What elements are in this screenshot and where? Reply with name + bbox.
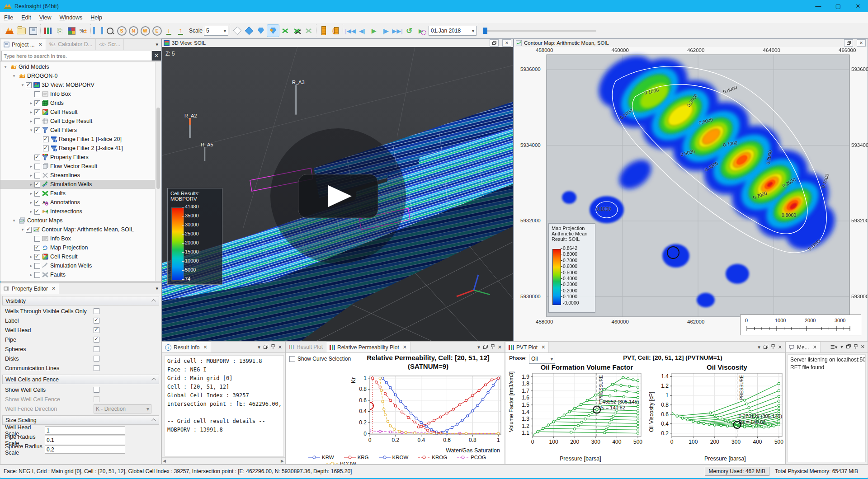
draw-style-wireframe-button[interactable] xyxy=(231,25,243,37)
step-forward-button[interactable]: |▶ xyxy=(380,25,392,37)
tab-result-plot[interactable]: Result Plot xyxy=(286,342,326,352)
menu-help[interactable]: Help xyxy=(86,13,106,22)
expander-icon[interactable]: ▸ xyxy=(28,119,34,123)
view-south-button[interactable]: S xyxy=(116,25,127,37)
tree-search-input[interactable] xyxy=(1,51,152,61)
contour-map-canvas[interactable]: 4580004580004600004600004620004620004640… xyxy=(514,47,868,341)
tree-checkbox[interactable] xyxy=(34,127,40,133)
tree-checkbox[interactable] xyxy=(34,191,40,197)
section-header-well-cells-and-fence[interactable]: Well Cells and Fence xyxy=(2,375,159,384)
phase-select[interactable]: Oil▾ xyxy=(529,354,555,364)
legend-entry-krw[interactable]: KRW xyxy=(308,455,334,460)
close-window-icon[interactable]: ✕ xyxy=(857,39,866,47)
expander-icon[interactable]: ▸ xyxy=(28,191,34,196)
expander-icon[interactable]: ▸ xyxy=(28,254,34,259)
expander-icon[interactable]: ▸ xyxy=(28,110,34,114)
timestep-select[interactable]: 01.Jan 2018▾ xyxy=(429,26,476,36)
expander-icon[interactable]: ▸ xyxy=(28,272,34,277)
tree-item-drogon-0[interactable]: ▾DROGON-0 xyxy=(0,71,156,80)
save-project-button[interactable] xyxy=(27,25,39,37)
restore-window-icon[interactable] xyxy=(844,39,853,47)
tree-checkbox[interactable] xyxy=(34,155,40,160)
tree-checkbox[interactable] xyxy=(34,109,40,115)
tree-checkbox[interactable] xyxy=(34,182,40,188)
show-curve-selection-checkbox[interactable]: Show Curve Selection xyxy=(289,356,351,362)
close-window-icon[interactable]: ✕ xyxy=(502,39,511,47)
property-checkbox[interactable] xyxy=(94,337,99,343)
draw-style-surface-button[interactable] xyxy=(255,25,267,37)
tree-item-grids[interactable]: ▸Grids xyxy=(0,99,156,108)
animation-settings-button[interactable]: ▶ xyxy=(415,25,427,37)
tree-item-3d-view-mobporv[interactable]: ▾3D View: MOBPORV xyxy=(0,80,156,89)
pin-panel-icon[interactable] xyxy=(271,344,275,350)
close-tab-icon[interactable]: ✕ xyxy=(203,344,207,350)
open-project-button[interactable] xyxy=(15,25,27,37)
tree-item-info-box[interactable]: Info Box xyxy=(0,89,156,99)
tree-item-grid-models[interactable]: ▾Grid Models xyxy=(0,62,156,71)
close-panel-icon[interactable]: ✕ xyxy=(278,345,282,350)
tree-checkbox[interactable] xyxy=(34,91,40,97)
tree-item-range-filter-1-i-slice-20[interactable]: Range Filter 1 [I-slice 20] xyxy=(0,135,156,144)
fault-mesh-button[interactable]: ✕ xyxy=(291,25,303,37)
expander-icon[interactable]: ▸ xyxy=(28,182,34,187)
property-checkbox[interactable] xyxy=(94,387,99,393)
property-checkbox[interactable] xyxy=(94,327,99,333)
float-panel-icon[interactable] xyxy=(264,345,268,350)
tree-item-map-projection[interactable]: Map Projection xyxy=(0,243,156,252)
view-down-button[interactable]: ↓ xyxy=(163,25,175,37)
restore-window-icon[interactable] xyxy=(490,39,499,47)
expander-icon[interactable]: ▸ xyxy=(28,263,34,268)
tree-item-intersections[interactable]: ▸Intersections xyxy=(0,207,156,216)
previous-timestep-button[interactable]: ◀| xyxy=(356,25,368,37)
log-level-icon[interactable]: ☰▾ xyxy=(830,345,837,350)
tree-checkbox[interactable] xyxy=(34,100,40,106)
play-animation-button[interactable]: ▶ xyxy=(368,25,380,37)
fault-labels-button[interactable]: ✕ xyxy=(303,25,315,37)
menu-edit[interactable]: Edit xyxy=(17,13,35,22)
measure-polyline-button[interactable]: { xyxy=(330,25,341,37)
tab-scripts[interactable]: </>Scr... xyxy=(96,39,124,50)
tree-item-property-filters[interactable]: Property Filters xyxy=(0,153,156,162)
plot-manager-button[interactable]: ⎘ xyxy=(54,25,66,37)
tab-result-info[interactable]: i Result Info✕ xyxy=(162,342,211,352)
tree-checkbox[interactable] xyxy=(34,236,40,242)
draw-style-surface-mesh-button[interactable] xyxy=(267,24,279,37)
panel-menu-icon[interactable]: ▾ xyxy=(840,344,843,350)
timestep-slider[interactable] xyxy=(483,28,596,34)
maximize-icon[interactable]: ▢ xyxy=(828,0,848,12)
property-select[interactable]: K - Direction▾ xyxy=(94,404,151,413)
legend-entry-krg[interactable]: KRG xyxy=(344,455,369,460)
expander-icon[interactable]: ▾ xyxy=(11,74,17,78)
tree-checkbox[interactable] xyxy=(34,118,40,124)
tree-item-cell-filters[interactable]: ▾Cell Filters xyxy=(0,126,156,135)
tree-item-contour-maps[interactable]: ▾Contour Maps xyxy=(0,216,156,225)
last-timestep-button[interactable]: ▶▶| xyxy=(392,25,403,37)
calculator-button[interactable]: %± xyxy=(77,25,89,37)
float-panel-icon[interactable] xyxy=(483,345,488,350)
view-north-button[interactable]: N xyxy=(127,25,139,37)
menu-windows[interactable]: Windows xyxy=(56,13,87,22)
repeat-animation-button[interactable]: ↺ xyxy=(403,25,415,37)
measure-distance-button[interactable] xyxy=(318,25,330,37)
tree-item-cell-result[interactable]: ▸Cell Result xyxy=(0,252,156,261)
tree-item-cell-result[interactable]: ▸Cell Result xyxy=(0,108,156,117)
tree-checkbox[interactable] xyxy=(34,173,40,178)
section-header-size-scaling[interactable]: Size Scaling xyxy=(2,415,159,425)
expander-icon[interactable]: ▾ xyxy=(19,227,26,232)
pin-panel-icon[interactable] xyxy=(491,344,495,350)
legend-entry-krog[interactable]: KROG xyxy=(418,455,447,460)
pin-panel-icon[interactable] xyxy=(771,344,775,350)
draw-style-solid-button[interactable] xyxy=(243,25,255,37)
tree-scrollbar[interactable] xyxy=(155,62,161,281)
tab-overflow-icon[interactable]: ▾ xyxy=(156,286,158,291)
property-checkbox[interactable] xyxy=(94,365,99,371)
tree-checkbox[interactable] xyxy=(34,209,40,215)
horizontal-scrollbar[interactable]: ◀▶ xyxy=(162,457,285,464)
close-tab-icon[interactable]: ✕ xyxy=(403,344,407,350)
close-tab-icon[interactable]: ✕ xyxy=(38,42,42,47)
expander-icon[interactable]: ▸ xyxy=(28,209,34,214)
color-legend-button[interactable] xyxy=(66,25,77,37)
panel-menu-icon[interactable]: ▾ xyxy=(258,345,260,350)
search-clear-icon[interactable]: ✕ xyxy=(152,51,161,61)
tree-checkbox[interactable] xyxy=(34,164,40,169)
